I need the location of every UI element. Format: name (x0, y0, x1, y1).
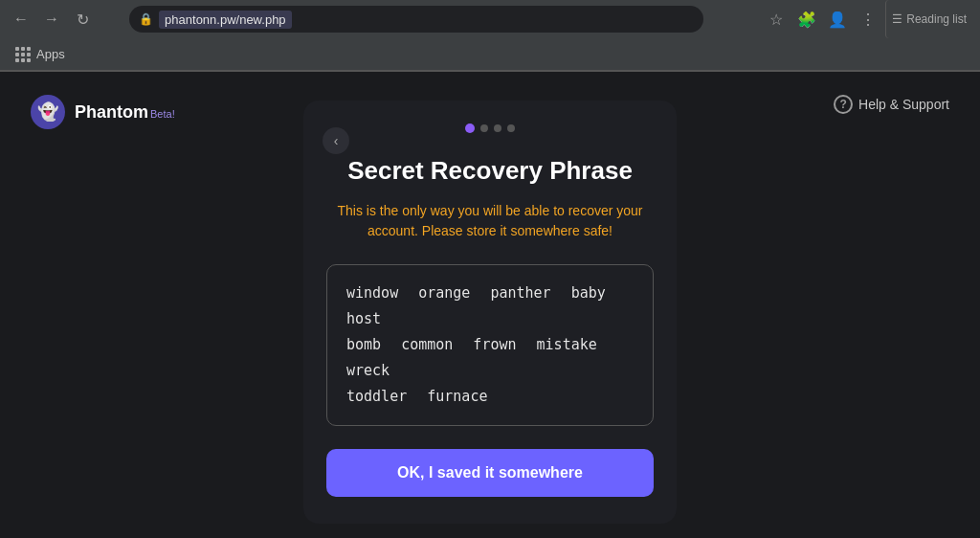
lock-icon: 🔒 (139, 12, 153, 26)
dots-container (465, 123, 515, 133)
card-warning: This is the only way you will be able to… (326, 201, 654, 241)
phrase-box: window orange panther baby host bomb com… (326, 264, 654, 426)
back-button[interactable]: ← (8, 6, 34, 33)
phantom-icon: 👻 (31, 95, 65, 129)
bookmark-star-button[interactable]: ☆ (763, 6, 790, 33)
prev-button[interactable]: ‹ (323, 127, 349, 154)
reading-list-button[interactable]: ☰ Reading list (885, 0, 972, 38)
forward-button[interactable]: → (38, 6, 65, 33)
apps-button[interactable]: Apps (8, 43, 73, 66)
right-icons: ☆ 🧩 👤 ⋮ ☰ Reading list (763, 0, 972, 38)
dot-2 (480, 124, 488, 132)
menu-button[interactable]: ⋮ (855, 6, 881, 33)
phantom-name-container: PhantomBeta! (75, 102, 175, 123)
help-icon: ? (834, 95, 853, 114)
extensions-button[interactable]: 🧩 (793, 6, 820, 33)
dot-3 (494, 124, 501, 132)
dot-1 (465, 123, 475, 133)
phantom-logo: 👻 PhantomBeta! (31, 95, 175, 129)
profile-button[interactable]: 👤 (824, 6, 851, 33)
phrase-text: window orange panther baby host bomb com… (346, 280, 634, 410)
address-text: phantonn.pw/new.php (159, 11, 292, 29)
address-bar[interactable]: 🔒 phantonn.pw/new.php (129, 6, 703, 33)
browser-chrome: ← → ↻ 🔒 phantonn.pw/new.php ☆ 🧩 👤 ⋮ ☰ Re… (0, 0, 980, 72)
phantom-name: Phantom (75, 102, 148, 122)
help-support-button[interactable]: ? Help & Support (834, 95, 949, 114)
top-bar: ← → ↻ 🔒 phantonn.pw/new.php ☆ 🧩 👤 ⋮ ☰ Re… (0, 0, 980, 38)
reading-list-icon: ☰ (892, 12, 902, 26)
reading-list-label: Reading list (906, 12, 967, 26)
nav-buttons: ← → ↻ (8, 6, 96, 33)
bookmarks-bar: Apps (0, 38, 980, 71)
apps-label: Apps (36, 47, 65, 61)
phantom-badge: Beta! (150, 108, 175, 120)
card-title: Secret Recovery Phrase (326, 156, 654, 186)
help-support-label: Help & Support (858, 97, 949, 112)
main-card: ‹ Secret Recovery Phrase This is the onl… (303, 101, 677, 524)
dot-4 (507, 124, 515, 132)
ok-saved-button[interactable]: OK, I saved it somewhere (326, 449, 654, 497)
pagination (326, 123, 654, 133)
page-content: 👻 PhantomBeta! ? Help & Support ‹ Secret… (0, 72, 980, 538)
apps-grid-icon (15, 47, 31, 62)
refresh-button[interactable]: ↻ (69, 6, 96, 33)
